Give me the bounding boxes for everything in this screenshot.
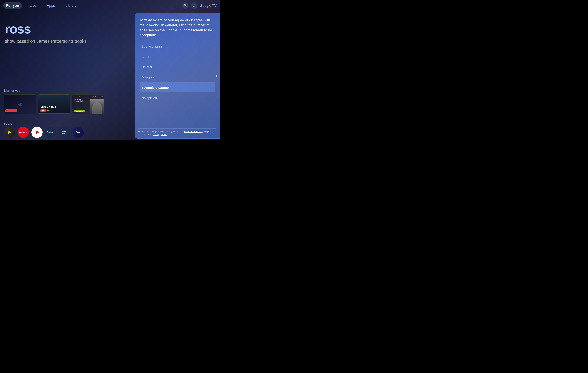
top-navigation: For you Live Apps Library 🔍 ⚙ Google TV <box>0 0 220 11</box>
divider <box>140 62 215 62</box>
survey-option-strongly-agree[interactable]: Strongly agree <box>140 42 215 51</box>
pick-card-remembering[interactable]: Remembering Half-Life 2 20 Years Later H… <box>72 94 105 114</box>
progress-bar <box>39 113 70 113</box>
survey-panel: › To what extent do you agree or disagre… <box>135 13 220 139</box>
divider <box>140 82 215 83</box>
live-badge: LIVE <box>40 110 46 112</box>
hero-content: ross show based on James Patterson's boo… <box>5 22 87 44</box>
ex-machina-badge: ex machina <box>5 110 17 112</box>
survey-footer: By continuing, you agree Google uses you… <box>138 128 217 136</box>
app-prime-video[interactable]: prime video <box>59 127 70 138</box>
geforce-badge: GEFORCE RTX <box>74 110 85 112</box>
progress-bar-fill <box>39 113 48 113</box>
half-life-badge: HALF-LIFE RTX <box>93 96 103 98</box>
live-row: LIVE ion <box>40 109 50 112</box>
search-button[interactable]: 🔍 <box>182 2 189 9</box>
survey-question: To what extent do you agree or disagree … <box>140 18 215 38</box>
app-netflix[interactable]: NETFLIX <box>18 127 29 138</box>
app-disney-plus[interactable]: Disn <box>73 127 84 138</box>
terms-link[interactable]: Terms. <box>161 133 167 136</box>
nav-item-library[interactable]: Library <box>63 2 79 9</box>
ion-label: ion <box>47 109 50 112</box>
privacy-link[interactable]: Privacy <box>153 133 159 136</box>
hero-subtitle: show based on James Patterson's books <box>5 39 87 44</box>
youtube-play-icon <box>36 130 39 134</box>
survey-option-agree[interactable]: Agree <box>140 52 215 62</box>
left-unsaid-title: Left Unsaid <box>40 105 56 109</box>
chevron-right-icon[interactable]: › <box>216 73 217 78</box>
survey-option-neutral[interactable]: Neutral <box>140 62 215 72</box>
nav-item-live[interactable]: Live <box>27 2 39 9</box>
nav-item-for-you[interactable]: For you <box>3 2 22 9</box>
nav-item-apps[interactable]: Apps <box>44 2 58 9</box>
remembering-top-text: Remembering Half-Life 2 20 Years Later <box>74 96 84 102</box>
divider <box>140 52 215 52</box>
settings-button[interactable]: ⚙ <box>191 2 197 9</box>
app-plex[interactable]: ▶ <box>4 127 15 138</box>
account-system-info-link[interactable]: account & system info <box>184 131 202 133</box>
nav-right-controls: 🔍 ⚙ Google TV <box>182 2 217 9</box>
app-freeplay[interactable]: Freeplay <box>45 127 56 138</box>
hero-title: ross <box>5 22 87 35</box>
survey-options: Strongly agree Agree Neutral Disagree St… <box>140 42 215 103</box>
pick-card-left-unsaid[interactable]: Left Unsaid LIVE ion <box>38 94 70 114</box>
google-tv-brand: Google TV <box>200 4 217 8</box>
app-youtube[interactable] <box>32 127 43 138</box>
survey-option-disagree[interactable]: Disagree <box>140 73 215 82</box>
survey-option-no-opinion[interactable]: No opinion <box>140 93 215 103</box>
survey-option-strongly-disagree[interactable]: Strongly disagree <box>140 83 215 92</box>
divider <box>140 72 215 72</box>
pick-card-ex-machina[interactable]: ◉ ex machina <box>4 94 36 114</box>
